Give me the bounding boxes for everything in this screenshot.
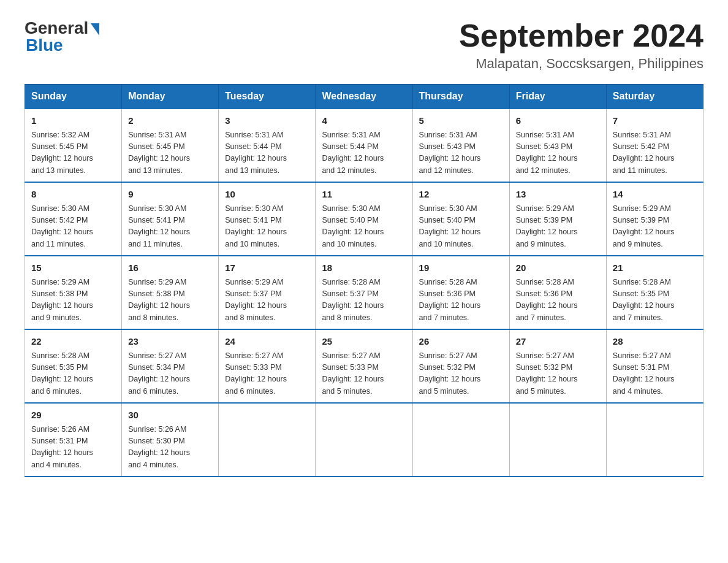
day-info: Sunrise: 5:30 AMSunset: 5:40 PMDaylight:… xyxy=(322,203,406,251)
calendar-cell: 3Sunrise: 5:31 AMSunset: 5:44 PMDaylight… xyxy=(219,109,316,182)
calendar-cell: 10Sunrise: 5:30 AMSunset: 5:41 PMDayligh… xyxy=(219,182,316,256)
day-info: Sunrise: 5:28 AMSunset: 5:35 PMDaylight:… xyxy=(613,277,697,324)
column-header-friday: Friday xyxy=(509,85,606,109)
calendar-cell: 29Sunrise: 5:26 AMSunset: 5:31 PMDayligh… xyxy=(25,403,122,477)
calendar-cell: 20Sunrise: 5:28 AMSunset: 5:36 PMDayligh… xyxy=(509,256,606,329)
day-number: 21 xyxy=(613,261,697,275)
column-header-thursday: Thursday xyxy=(412,85,509,109)
calendar-cell: 21Sunrise: 5:28 AMSunset: 5:35 PMDayligh… xyxy=(606,256,703,329)
day-info: Sunrise: 5:31 AMSunset: 5:45 PMDaylight:… xyxy=(128,129,212,177)
day-number: 18 xyxy=(322,261,406,275)
calendar-cell: 15Sunrise: 5:29 AMSunset: 5:38 PMDayligh… xyxy=(25,256,122,329)
day-number: 29 xyxy=(31,408,115,423)
calendar-cell: 26Sunrise: 5:27 AMSunset: 5:32 PMDayligh… xyxy=(412,329,509,403)
calendar-cell: 5Sunrise: 5:31 AMSunset: 5:43 PMDaylight… xyxy=(412,109,509,182)
location-subtitle: Malapatan, Soccsksargen, Philippines xyxy=(459,56,703,72)
day-info: Sunrise: 5:31 AMSunset: 5:43 PMDaylight:… xyxy=(419,129,503,177)
day-info: Sunrise: 5:31 AMSunset: 5:43 PMDaylight:… xyxy=(516,129,600,177)
day-number: 23 xyxy=(128,335,212,349)
column-header-tuesday: Tuesday xyxy=(219,85,316,109)
calendar-week-row: 8Sunrise: 5:30 AMSunset: 5:42 PMDaylight… xyxy=(25,182,703,256)
calendar-cell xyxy=(509,403,606,477)
day-info: Sunrise: 5:30 AMSunset: 5:41 PMDaylight:… xyxy=(225,203,309,251)
calendar-cell: 14Sunrise: 5:29 AMSunset: 5:39 PMDayligh… xyxy=(606,182,703,256)
calendar-cell: 13Sunrise: 5:29 AMSunset: 5:39 PMDayligh… xyxy=(509,182,606,256)
day-number: 7 xyxy=(613,114,697,128)
day-info: Sunrise: 5:29 AMSunset: 5:37 PMDaylight:… xyxy=(225,277,309,324)
day-number: 12 xyxy=(419,188,503,202)
calendar-cell xyxy=(219,403,316,477)
calendar-cell: 18Sunrise: 5:28 AMSunset: 5:37 PMDayligh… xyxy=(316,256,412,329)
day-number: 14 xyxy=(613,188,697,202)
day-info: Sunrise: 5:29 AMSunset: 5:38 PMDaylight:… xyxy=(128,277,212,324)
calendar-cell: 8Sunrise: 5:30 AMSunset: 5:42 PMDaylight… xyxy=(25,182,122,256)
calendar-cell: 4Sunrise: 5:31 AMSunset: 5:44 PMDaylight… xyxy=(316,109,412,182)
day-info: Sunrise: 5:31 AMSunset: 5:42 PMDaylight:… xyxy=(613,129,697,177)
day-info: Sunrise: 5:27 AMSunset: 5:33 PMDaylight:… xyxy=(225,350,309,398)
day-info: Sunrise: 5:28 AMSunset: 5:35 PMDaylight:… xyxy=(31,350,115,398)
day-number: 13 xyxy=(516,188,600,202)
day-number: 17 xyxy=(225,261,309,275)
column-header-wednesday: Wednesday xyxy=(316,85,412,109)
day-number: 6 xyxy=(516,114,600,128)
calendar-cell: 25Sunrise: 5:27 AMSunset: 5:33 PMDayligh… xyxy=(316,329,412,403)
day-info: Sunrise: 5:28 AMSunset: 5:36 PMDaylight:… xyxy=(516,277,600,324)
day-number: 26 xyxy=(419,335,503,349)
day-number: 1 xyxy=(31,114,115,128)
calendar-cell: 28Sunrise: 5:27 AMSunset: 5:31 PMDayligh… xyxy=(606,329,703,403)
calendar-cell: 30Sunrise: 5:26 AMSunset: 5:30 PMDayligh… xyxy=(122,403,219,477)
day-info: Sunrise: 5:27 AMSunset: 5:32 PMDaylight:… xyxy=(419,350,503,398)
day-info: Sunrise: 5:26 AMSunset: 5:30 PMDaylight:… xyxy=(128,424,212,472)
page-header: General Blue September 2024 Malapatan, S… xyxy=(25,18,703,72)
calendar-cell: 24Sunrise: 5:27 AMSunset: 5:33 PMDayligh… xyxy=(219,329,316,403)
column-header-saturday: Saturday xyxy=(606,85,703,109)
day-info: Sunrise: 5:29 AMSunset: 5:39 PMDaylight:… xyxy=(613,203,697,251)
day-info: Sunrise: 5:27 AMSunset: 5:34 PMDaylight:… xyxy=(128,350,212,398)
calendar-cell xyxy=(316,403,412,477)
calendar-cell: 7Sunrise: 5:31 AMSunset: 5:42 PMDaylight… xyxy=(606,109,703,182)
calendar-week-row: 15Sunrise: 5:29 AMSunset: 5:38 PMDayligh… xyxy=(25,256,703,329)
month-year-title: September 2024 xyxy=(459,18,703,53)
calendar-cell: 1Sunrise: 5:32 AMSunset: 5:45 PMDaylight… xyxy=(25,109,122,182)
day-number: 2 xyxy=(128,114,212,128)
calendar-cell: 22Sunrise: 5:28 AMSunset: 5:35 PMDayligh… xyxy=(25,329,122,403)
day-info: Sunrise: 5:30 AMSunset: 5:40 PMDaylight:… xyxy=(419,203,503,251)
day-number: 10 xyxy=(225,188,309,202)
day-number: 16 xyxy=(128,261,212,275)
day-info: Sunrise: 5:28 AMSunset: 5:37 PMDaylight:… xyxy=(322,277,406,324)
calendar-week-row: 29Sunrise: 5:26 AMSunset: 5:31 PMDayligh… xyxy=(25,403,703,477)
day-info: Sunrise: 5:29 AMSunset: 5:38 PMDaylight:… xyxy=(31,277,115,324)
day-info: Sunrise: 5:30 AMSunset: 5:42 PMDaylight:… xyxy=(31,203,115,251)
calendar-cell: 17Sunrise: 5:29 AMSunset: 5:37 PMDayligh… xyxy=(219,256,316,329)
day-info: Sunrise: 5:29 AMSunset: 5:39 PMDaylight:… xyxy=(516,203,600,251)
calendar-cell: 9Sunrise: 5:30 AMSunset: 5:41 PMDaylight… xyxy=(122,182,219,256)
calendar-cell xyxy=(412,403,509,477)
day-number: 4 xyxy=(322,114,406,128)
day-number: 19 xyxy=(419,261,503,275)
column-header-sunday: Sunday xyxy=(25,85,122,109)
calendar-week-row: 1Sunrise: 5:32 AMSunset: 5:45 PMDaylight… xyxy=(25,109,703,182)
calendar-table: SundayMondayTuesdayWednesdayThursdayFrid… xyxy=(25,84,703,477)
day-number: 24 xyxy=(225,335,309,349)
calendar-cell: 11Sunrise: 5:30 AMSunset: 5:40 PMDayligh… xyxy=(316,182,412,256)
day-number: 30 xyxy=(128,408,212,423)
logo-blue-text: Blue xyxy=(26,36,63,55)
day-number: 28 xyxy=(613,335,697,349)
day-info: Sunrise: 5:31 AMSunset: 5:44 PMDaylight:… xyxy=(322,129,406,177)
column-header-monday: Monday xyxy=(122,85,219,109)
day-number: 8 xyxy=(31,188,115,202)
title-section: September 2024 Malapatan, Soccsksargen, … xyxy=(459,18,703,72)
day-number: 22 xyxy=(31,335,115,349)
calendar-cell: 27Sunrise: 5:27 AMSunset: 5:32 PMDayligh… xyxy=(509,329,606,403)
calendar-cell: 6Sunrise: 5:31 AMSunset: 5:43 PMDaylight… xyxy=(509,109,606,182)
day-number: 20 xyxy=(516,261,600,275)
day-info: Sunrise: 5:27 AMSunset: 5:32 PMDaylight:… xyxy=(516,350,600,398)
day-number: 3 xyxy=(225,114,309,128)
day-number: 5 xyxy=(419,114,503,128)
calendar-header-row: SundayMondayTuesdayWednesdayThursdayFrid… xyxy=(25,85,703,109)
calendar-cell: 2Sunrise: 5:31 AMSunset: 5:45 PMDaylight… xyxy=(122,109,219,182)
day-number: 9 xyxy=(128,188,212,202)
day-info: Sunrise: 5:30 AMSunset: 5:41 PMDaylight:… xyxy=(128,203,212,251)
day-info: Sunrise: 5:27 AMSunset: 5:31 PMDaylight:… xyxy=(613,350,697,398)
day-info: Sunrise: 5:27 AMSunset: 5:33 PMDaylight:… xyxy=(322,350,406,398)
